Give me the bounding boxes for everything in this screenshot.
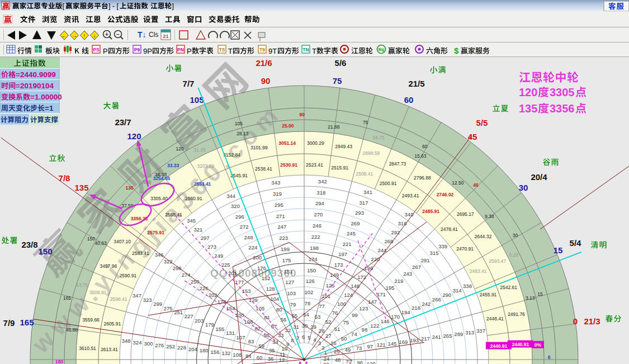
svg-text:296: 296 (235, 214, 244, 220)
svg-text:77: 77 (319, 303, 325, 309)
svg-text:175: 175 (282, 257, 291, 263)
svg-text:337: 337 (476, 328, 485, 334)
svg-text:322: 322 (164, 258, 173, 264)
svg-text:2: 2 (321, 344, 324, 351)
svg-text:78: 78 (305, 300, 311, 306)
svg-text:242: 242 (422, 301, 431, 307)
svg-text:0: 0 (548, 354, 551, 360)
svg-text:171: 171 (377, 291, 386, 297)
svg-text:220: 220 (371, 256, 380, 262)
svg-text:344: 344 (226, 193, 235, 199)
svg-text:198: 198 (310, 245, 319, 251)
svg-text:21: 21 (163, 34, 168, 39)
svg-text:290: 290 (442, 292, 451, 298)
svg-text:343: 343 (271, 179, 280, 186)
svg-text:15.63: 15.63 (414, 153, 427, 159)
svg-text:342: 342 (318, 178, 327, 185)
svg-text:2847.73: 2847.73 (389, 161, 406, 167)
svg-text:2568.41: 2568.41 (165, 212, 182, 218)
svg-text:2560.91: 2560.91 (185, 196, 202, 201)
svg-text:317: 317 (360, 200, 368, 206)
svg-text:269: 269 (351, 220, 360, 226)
svg-text:293: 293 (355, 210, 364, 216)
svg-text:147: 147 (368, 299, 377, 305)
svg-text:79: 79 (290, 301, 296, 308)
svg-text:0: 0 (573, 316, 578, 326)
svg-text:135: 135 (519, 102, 537, 115)
svg-text:58: 58 (263, 332, 269, 338)
svg-text:60: 60 (257, 354, 263, 361)
svg-text:30: 30 (519, 183, 528, 192)
svg-text:341: 341 (363, 189, 372, 195)
svg-text:145: 145 (387, 341, 396, 347)
svg-text:30: 30 (513, 233, 518, 238)
svg-text:2440.91: 2440.91 (490, 343, 508, 349)
svg-text:T: T (312, 47, 316, 55)
svg-text:40.63: 40.63 (95, 240, 107, 246)
svg-text:299: 299 (153, 301, 162, 307)
svg-text:315: 315 (430, 250, 439, 256)
svg-text:2530.91: 2530.91 (280, 162, 297, 168)
svg-text:197: 197 (338, 251, 347, 257)
svg-text:2508.41: 2508.41 (356, 171, 373, 177)
svg-text:316: 316 (398, 220, 407, 226)
svg-text:73: 73 (356, 345, 362, 351)
svg-text:324: 324 (133, 339, 142, 346)
svg-text:219: 219 (394, 278, 403, 284)
svg-text:135: 135 (126, 185, 134, 191)
svg-text:74: 74 (351, 331, 357, 337)
svg-text:2478.41: 2478.41 (441, 226, 458, 232)
svg-text:0%: 0% (535, 342, 542, 348)
svg-text:=20190104: =20190104 (16, 82, 54, 90)
svg-text:2523.41: 2523.41 (306, 162, 323, 168)
svg-text:21.88: 21.88 (328, 124, 340, 130)
svg-text:150: 150 (307, 267, 316, 273)
svg-text:60: 60 (422, 144, 428, 149)
svg-text:320: 320 (231, 203, 240, 209)
svg-text:52: 52 (325, 319, 332, 325)
svg-text:21/5: 21/5 (408, 79, 424, 88)
svg-text:97: 97 (367, 343, 373, 349)
svg-text:36: 36 (268, 356, 274, 362)
svg-text:121: 121 (377, 342, 386, 348)
svg-text:125: 125 (326, 282, 335, 289)
svg-text:PS: PS (93, 47, 100, 53)
svg-text:340: 340 (405, 211, 414, 218)
svg-text:131: 131 (226, 330, 235, 336)
svg-text:+: + (105, 31, 108, 37)
svg-text:248: 248 (244, 234, 253, 240)
svg-text:P: P (103, 47, 108, 55)
svg-text:104: 104 (270, 296, 279, 302)
svg-text:102: 102 (304, 289, 313, 295)
svg-text:−: − (116, 31, 120, 37)
svg-text:2598.41: 2598.41 (110, 296, 127, 302)
svg-text:252: 252 (166, 343, 175, 349)
svg-text:151: 151 (284, 268, 293, 275)
svg-text:3000.29: 3000.29 (307, 140, 324, 146)
svg-text:76: 76 (332, 310, 338, 316)
svg-text:225: 225 (221, 262, 230, 268)
svg-text:48: 48 (335, 357, 341, 363)
svg-text:2485.91: 2485.91 (422, 209, 439, 214)
svg-text:Big: Big (379, 48, 385, 52)
svg-text:15: 15 (554, 245, 563, 255)
svg-text:35: 35 (269, 347, 275, 353)
svg-text:2440.91: 2440.91 (512, 342, 529, 347)
svg-text:81: 81 (264, 314, 270, 320)
svg-text:2644.32: 2644.32 (474, 234, 491, 239)
svg-text:3203.69: 3203.69 (197, 163, 215, 169)
svg-text:321: 321 (193, 226, 202, 233)
svg-text:338: 338 (463, 283, 472, 289)
svg-text:298: 298 (173, 265, 182, 271)
svg-text:2949.43: 2949.43 (335, 144, 352, 149)
svg-text:3508.81: 3508.81 (89, 290, 107, 295)
svg-text:56: 56 (281, 316, 287, 323)
svg-text:T: T (228, 47, 233, 55)
svg-text:6: 6 (302, 334, 305, 340)
svg-text:346: 346 (155, 252, 164, 258)
svg-text:2593.47: 2593.47 (489, 258, 506, 264)
svg-text:7/8: 7/8 (59, 173, 70, 183)
svg-text:135: 135 (74, 183, 88, 192)
svg-text:249: 249 (214, 253, 223, 259)
svg-text:TS: TS (219, 47, 225, 53)
